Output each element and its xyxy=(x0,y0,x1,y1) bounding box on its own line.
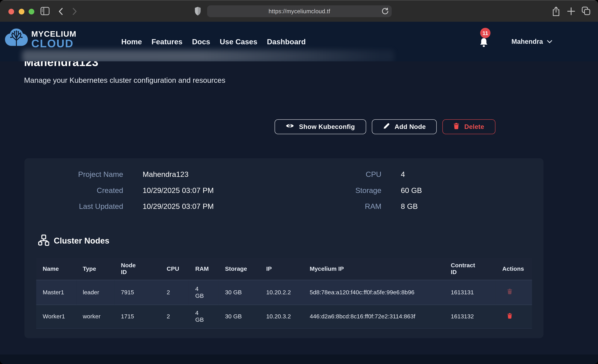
brand-line1: MYCELIUM xyxy=(31,29,76,38)
node-type: leader xyxy=(76,280,115,305)
node-ram: 4 GB xyxy=(189,280,218,305)
cluster-info-card: Project Name Mahendra123 Created 10/29/2… xyxy=(25,158,543,338)
eye-icon xyxy=(286,123,294,131)
node-actions xyxy=(496,305,532,328)
nav-links: Home Features Docs Use Cases Dashboard xyxy=(121,22,306,61)
node-ram: 4 GB xyxy=(189,305,218,328)
cluster-nodes-title: Cluster Nodes xyxy=(54,236,109,246)
node-id: 7915 xyxy=(114,280,160,305)
project-name-label: Project Name xyxy=(25,170,123,179)
cluster-nodes-heading: Cluster Nodes xyxy=(38,234,109,248)
notifications-button[interactable]: 11 xyxy=(477,22,495,61)
project-name-value: Mahendra123 xyxy=(142,170,214,179)
mycelium-cloud-logo-icon xyxy=(5,27,28,50)
col-ram: RAM xyxy=(189,258,218,280)
brand-logo[interactable]: MYCELIUM CLOUD xyxy=(5,27,76,50)
last-updated-value: 10/29/2025 03:07 PM xyxy=(142,202,214,211)
minimize-window-button[interactable] xyxy=(18,9,24,14)
nav-features[interactable]: Features xyxy=(151,37,183,46)
table-row: Worker1 worker 1715 2 4 GB 30 GB 10.20.3… xyxy=(36,305,532,328)
ram-label: RAM xyxy=(284,202,382,211)
created-value: 10/29/2025 03:07 PM xyxy=(142,186,214,195)
node-contract-id: 1613132 xyxy=(444,305,496,328)
bell-icon xyxy=(479,37,489,49)
table-row: Master1 leader 7915 2 4 GB 30 GB 10.20.2… xyxy=(36,280,532,305)
node-mycelium-ip: 5d8:78ea:a120:f40c:ff0f:a5fe:99e6:8b96 xyxy=(303,280,444,305)
footer-strip xyxy=(0,355,598,364)
last-updated-label: Last Updated xyxy=(25,202,123,211)
col-node-id: Node ID xyxy=(114,258,160,280)
col-ip: IP xyxy=(260,258,303,280)
page-subtitle: Manage your Kubernetes cluster configura… xyxy=(24,76,225,85)
created-label: Created xyxy=(25,186,123,195)
close-window-button[interactable] xyxy=(8,9,14,14)
refresh-icon[interactable] xyxy=(382,8,389,17)
pencil-icon xyxy=(383,123,390,131)
node-ip: 10.20.3.2 xyxy=(260,305,303,328)
delete-node-icon[interactable] xyxy=(502,289,512,296)
col-storage: Storage xyxy=(219,258,260,280)
brand-line2: CLOUD xyxy=(31,38,76,49)
trash-icon xyxy=(454,123,459,131)
node-contract-id: 1613131 xyxy=(444,280,496,305)
col-contract-id: Contract ID xyxy=(444,258,496,280)
url-bar[interactable]: https://myceliumcloud.tf xyxy=(207,5,392,17)
url-text: https://myceliumcloud.tf xyxy=(269,8,330,14)
zoom-window-button[interactable] xyxy=(29,9,34,14)
node-ip: 10.20.2.2 xyxy=(260,280,303,305)
network-nodes-icon xyxy=(38,234,49,248)
new-tab-icon[interactable] xyxy=(567,7,575,15)
delete-label: Delete xyxy=(464,123,484,131)
table-header-row: Name Type Node ID CPU RAM Storage IP Myc… xyxy=(36,258,532,280)
show-kubeconfig-button[interactable]: Show Kubeconfig xyxy=(274,119,366,134)
col-type: Type xyxy=(76,258,115,280)
site-navbar: MYCELIUM CLOUD Home Features Docs Use Ca… xyxy=(0,22,598,61)
nav-use-cases[interactable]: Use Cases xyxy=(220,37,257,46)
browser-window: https://myceliumcloud.tf Mahendra123 Man… xyxy=(0,0,598,364)
node-cpu: 2 xyxy=(160,280,189,305)
add-node-label: Add Node xyxy=(395,123,426,131)
storage-label: Storage xyxy=(284,186,382,195)
node-storage: 30 GB xyxy=(219,280,260,305)
delete-cluster-button[interactable]: Delete xyxy=(443,119,495,134)
node-cpu: 2 xyxy=(160,305,189,328)
sidebar-toggle-icon[interactable] xyxy=(41,7,50,15)
brand-text: MYCELIUM CLOUD xyxy=(31,29,76,49)
cpu-value: 4 xyxy=(401,170,422,179)
back-icon[interactable] xyxy=(58,8,63,15)
share-icon[interactable] xyxy=(552,6,560,17)
notification-badge: 11 xyxy=(480,28,490,38)
node-name: Master1 xyxy=(36,280,76,305)
node-actions xyxy=(496,280,532,305)
col-actions: Actions xyxy=(496,258,532,280)
add-node-button[interactable]: Add Node xyxy=(372,119,437,134)
delete-node-icon[interactable] xyxy=(502,313,512,320)
node-type: worker xyxy=(76,305,115,328)
privacy-shield-icon[interactable] xyxy=(195,7,201,16)
cluster-nodes-table: Name Type Node ID CPU RAM Storage IP Myc… xyxy=(36,258,532,329)
storage-value: 60 GB xyxy=(401,186,422,195)
nav-docs[interactable]: Docs xyxy=(192,37,210,46)
chevron-down-icon xyxy=(547,38,552,45)
cluster-actions: Show Kubeconfig Add Node Delete xyxy=(274,119,495,134)
user-name: Mahendra xyxy=(511,38,543,45)
ram-value: 8 GB xyxy=(401,202,422,211)
col-cpu: CPU xyxy=(160,258,189,280)
col-mycelium-ip: Mycelium IP xyxy=(303,258,444,280)
tab-overview-icon[interactable] xyxy=(581,7,590,15)
browser-chrome: https://myceliumcloud.tf xyxy=(0,0,598,22)
node-storage: 30 GB xyxy=(219,305,260,328)
cluster-info-right: CPU 4 Storage 60 GB RAM 8 GB xyxy=(284,170,422,211)
nav-home[interactable]: Home xyxy=(121,37,142,46)
cluster-info-left: Project Name Mahendra123 Created 10/29/2… xyxy=(25,170,214,211)
node-id: 1715 xyxy=(114,305,160,328)
cpu-label: CPU xyxy=(284,170,382,179)
show-kubeconfig-label: Show Kubeconfig xyxy=(299,123,355,131)
nav-dashboard[interactable]: Dashboard xyxy=(267,37,306,46)
node-name: Worker1 xyxy=(36,305,76,328)
col-name: Name xyxy=(36,258,76,280)
forward-icon[interactable] xyxy=(73,8,77,15)
node-mycelium-ip: 446:d2a6:8bcd:8c16:ff0f:72e2:3114:863f xyxy=(303,305,444,328)
user-menu[interactable]: Mahendra xyxy=(511,22,552,61)
